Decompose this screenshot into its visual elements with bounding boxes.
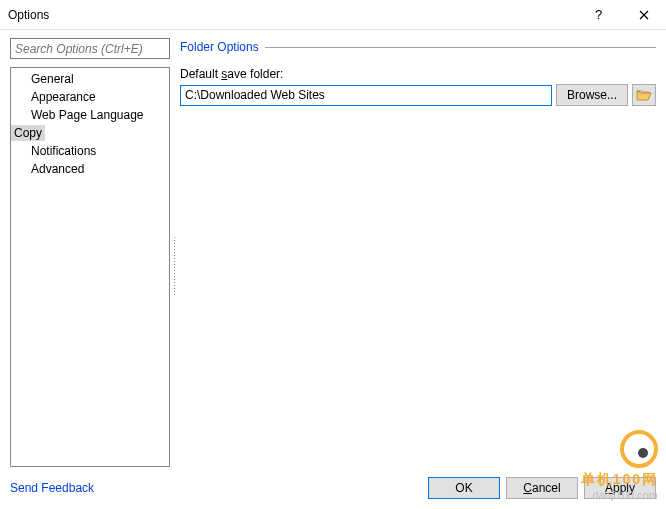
nav-item-general[interactable]: General xyxy=(11,70,169,88)
search-input[interactable] xyxy=(10,38,170,59)
nav-item-copy[interactable]: Copy xyxy=(11,124,169,142)
settings-panel: Default save folder: Browse... xyxy=(180,67,656,467)
section-header: Folder Options xyxy=(180,40,656,54)
browse-button[interactable]: Browse... xyxy=(556,84,628,106)
window-title: Options xyxy=(8,8,576,22)
nav-item-web-page-language[interactable]: Web Page Language xyxy=(11,106,169,124)
category-list[interactable]: General Appearance Web Page Language Cop… xyxy=(10,67,170,467)
close-icon xyxy=(639,10,649,20)
nav-item-advanced[interactable]: Advanced xyxy=(11,160,169,178)
section-divider xyxy=(265,47,656,48)
dialog-footer: Send Feedback OK Cancel Apply xyxy=(10,477,656,499)
apply-button[interactable]: Apply xyxy=(584,477,656,499)
section-title: Folder Options xyxy=(180,40,259,54)
folder-open-icon xyxy=(636,88,652,102)
open-folder-button[interactable] xyxy=(632,84,656,106)
ok-button[interactable]: OK xyxy=(428,477,500,499)
cancel-button[interactable]: Cancel xyxy=(506,477,578,499)
nav-item-notifications[interactable]: Notifications xyxy=(11,142,169,160)
titlebar: Options ? xyxy=(0,0,666,30)
dialog-content: Folder Options General Appearance Web Pa… xyxy=(0,30,666,509)
save-folder-label: Default save folder: xyxy=(180,67,656,81)
nav-item-appearance[interactable]: Appearance xyxy=(11,88,169,106)
send-feedback-link[interactable]: Send Feedback xyxy=(10,481,94,495)
save-folder-input[interactable] xyxy=(180,85,552,106)
help-button[interactable]: ? xyxy=(576,0,621,30)
splitter-handle[interactable] xyxy=(174,237,177,295)
close-button[interactable] xyxy=(621,0,666,30)
